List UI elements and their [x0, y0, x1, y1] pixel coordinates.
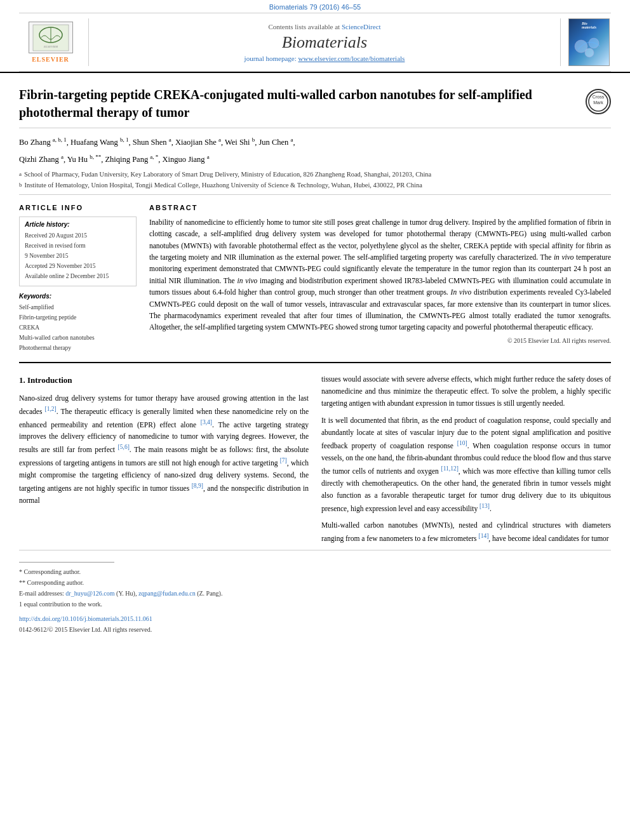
- info-abstract-section: ARTICLE INFO Article history: Received 2…: [19, 194, 611, 362]
- svg-point-5: [589, 38, 599, 48]
- footnote-divider: [19, 562, 114, 563]
- introduction-two-col: 1. Introduction Nano-sized drug delivery…: [19, 373, 611, 550]
- article-title-section: Fibrin-targeting peptide CREKA-conjugate…: [19, 73, 611, 128]
- article-title: Fibrin-targeting peptide CREKA-conjugate…: [19, 86, 586, 121]
- journal-title: Biomaterials: [282, 33, 367, 52]
- intro-left-col: 1. Introduction Nano-sized drug delivery…: [19, 373, 309, 550]
- science-direct-link[interactable]: ScienceDirect: [342, 23, 381, 30]
- accepted-date: Accepted 29 November 2015: [25, 261, 131, 271]
- svg-text:ELSEVIER: ELSEVIER: [43, 45, 57, 48]
- journal-header: ELSEVIER ELSEVIER Contents lists availab…: [19, 13, 611, 72]
- keyword-1: Self-amplified: [19, 302, 137, 312]
- authors-line-2: Qizhi Zhang a, Yu Hu b, **, Zhiqing Pang…: [19, 152, 611, 167]
- journal-reference-bar: Biomaterials 79 (2016) 46–55: [0, 0, 630, 13]
- crossmark-badge: Cross Mark: [586, 89, 611, 114]
- affiliation-a: a School of Pharmacy, Fudan University, …: [19, 170, 611, 180]
- keyword-2: Fibrin-targeting peptide: [19, 312, 137, 323]
- article-history-box: Article history: Received 20 August 2015…: [19, 217, 137, 286]
- email-link-1[interactable]: dr_huyu@126.com: [65, 590, 114, 597]
- star-note: * Corresponding author.: [19, 566, 611, 577]
- elsevier-logo-image: ELSEVIER: [29, 22, 73, 53]
- journal-homepage: journal homepage: www.elsevier.com/locat…: [245, 55, 405, 62]
- article-info-heading: ARTICLE INFO: [19, 204, 137, 211]
- keyword-4: Multi-walled carbon nanotubes: [19, 333, 137, 343]
- authors-line-1: Bo Zhang a, b, 1, Huafang Wang b, 1, Shu…: [19, 135, 611, 150]
- intro-para-3: It is well documented that fibrin, as th…: [321, 415, 611, 514]
- keyword-5: Photothermal therapy: [19, 343, 137, 353]
- email-link-2[interactable]: zqpang@fudan.edu.cn: [138, 590, 196, 597]
- science-direct-line: Contents lists available at ScienceDirec…: [268, 23, 380, 30]
- svg-point-6: [585, 48, 594, 57]
- article-history-heading: Article history:: [25, 221, 131, 228]
- cover-label: Biomaterials: [582, 22, 596, 29]
- abstract-section: ABSTRACT Inability of nanomedicine to ef…: [149, 204, 611, 353]
- footnotes-section: * Corresponding author. ** Corresponding…: [19, 550, 611, 635]
- authors-section: Bo Zhang a, b, 1, Huafang Wang b, 1, Shu…: [19, 128, 611, 194]
- article-container: Fibrin-targeting peptide CREKA-conjugate…: [0, 73, 630, 635]
- affiliations: a School of Pharmacy, Fudan University, …: [19, 170, 611, 191]
- copyright-notice: © 2015 Elsevier Ltd. All rights reserved…: [149, 337, 611, 344]
- intro-heading: 1. Introduction: [19, 373, 309, 387]
- intro-right-col: tissues would associate with severe adve…: [321, 373, 611, 550]
- issn-line: 0142-9612/© 2015 Elsevier Ltd. All right…: [19, 624, 611, 635]
- journal-title-section: Contents lists available at ScienceDirec…: [95, 18, 554, 66]
- abstract-heading: ABSTRACT: [149, 204, 611, 211]
- svg-text:Mark: Mark: [593, 100, 603, 105]
- homepage-link[interactable]: www.elsevier.com/locate/biomaterials: [298, 55, 405, 62]
- doi-link[interactable]: http://dx.doi.org/10.1016/j.biomaterials…: [19, 615, 152, 622]
- intro-para-4: Multi-walled carbon nanotubes (MWNTs), n…: [321, 519, 611, 545]
- abstract-text: Inability of nanomedicine to efficiently…: [149, 217, 611, 333]
- introduction-section: 1. Introduction Nano-sized drug delivery…: [19, 363, 611, 550]
- intro-para-2: tissues would associate with severe adve…: [321, 373, 611, 410]
- intro-para-1: Nano-sized drug delivery systems for tum…: [19, 392, 309, 507]
- equal-contribution-note: 1 equal contribution to the work.: [19, 599, 611, 610]
- revised-date: 9 November 2015: [25, 251, 131, 261]
- elsevier-logo-section: ELSEVIER ELSEVIER: [19, 18, 89, 66]
- affiliation-b: b Institute of Hematology, Union Hospita…: [19, 180, 611, 191]
- journal-ref-text: Biomaterials 79 (2016) 46–55: [269, 3, 361, 11]
- double-star-note: ** Corresponding author.: [19, 577, 611, 588]
- received-date: Received 20 August 2015: [25, 230, 131, 241]
- elsevier-brand-text: ELSEVIER: [32, 56, 69, 63]
- received-revised-label: Received in revised form: [25, 241, 131, 251]
- email-line: E-mail addresses: dr_huyu@126.com (Y. Hu…: [19, 588, 611, 599]
- journal-cover-image: Biomaterials: [560, 18, 611, 66]
- available-date: Available online 2 December 2015: [25, 271, 131, 281]
- keywords-box: Keywords: Self-amplified Fibrin-targetin…: [19, 293, 137, 354]
- svg-text:Cross: Cross: [593, 95, 605, 99]
- keywords-list: Self-amplified Fibrin-targeting peptide …: [19, 302, 137, 354]
- keywords-heading: Keywords:: [19, 293, 137, 300]
- keyword-3: CREKA: [19, 323, 137, 333]
- article-info-column: ARTICLE INFO Article history: Received 2…: [19, 204, 137, 353]
- cover-thumbnail: Biomaterials: [568, 18, 610, 66]
